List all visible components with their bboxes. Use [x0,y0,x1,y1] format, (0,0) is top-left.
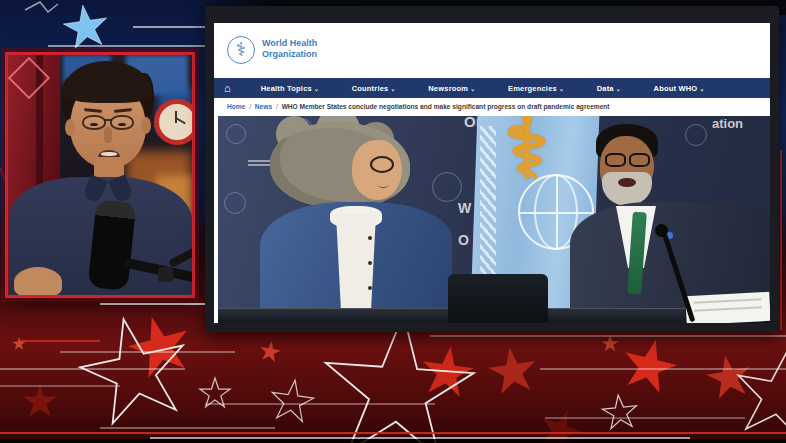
webcam-feed: ☆ [5,52,195,298]
stream-frame: ☆ ⚕ [0,0,786,443]
hero-photo: Org ation W O ⚕ [218,116,770,323]
host-ear [141,117,151,134]
wall-clock [154,99,195,145]
nav-item-emergencies[interactable]: Emergencies ⌄ [508,84,564,93]
backdrop-who-emblem [432,172,462,202]
logo-line2: Organization [262,49,317,60]
mic-arm-knob [158,267,173,282]
chevron-down-icon: ⌄ [470,85,475,92]
blazer-button [368,261,372,265]
blue-star [61,2,110,49]
nav-label: Data [597,84,614,93]
home-icon[interactable]: ⌂ [224,83,231,94]
nav-item-data[interactable]: Data ⌄ [597,84,621,93]
staff-of-asclepius-icon: ⚕ [504,116,549,190]
host-hand [14,267,62,297]
breadcrumb-separator: / [276,103,278,110]
backdrop-text-fragment: O [458,232,469,248]
main-navigation: ⌂ Health Topics ⌄ Countries ⌄ Newsroom ⌄ [214,78,770,98]
nav-item-countries[interactable]: Countries ⌄ [352,84,396,93]
nav-label: About WHO [654,84,698,93]
woman-glasses [370,156,394,173]
nav-item-newsroom[interactable]: Newsroom ⌄ [428,84,475,93]
tedros-glasses [629,153,650,167]
logo-line1: World Health [262,38,317,49]
breadcrumb-home-link[interactable]: Home [227,103,245,110]
flag-laurel-leaves [480,126,496,276]
backdrop-who-emblem [224,192,246,214]
chevron-down-icon: ⌄ [699,85,704,92]
backdrop-text-fragment: W [458,200,471,216]
backdrop-who-emblem [685,124,707,146]
nav-label: Health Topics [261,84,312,93]
nav-item-about-who[interactable]: About WHO ⌄ [654,84,705,93]
laptop-silhouette [448,274,548,323]
breadcrumb-news-link[interactable]: News [255,103,272,110]
blazer-button [368,286,372,290]
chevron-down-icon: ⌄ [616,85,621,92]
host-eye [118,123,126,126]
bottom-edge-shadow [0,439,786,443]
chevron-down-icon: ⌄ [559,85,564,92]
chevron-down-icon: ⌄ [390,85,395,92]
breadcrumb-separator: / [249,103,251,110]
host-nose [104,127,112,143]
backdrop-who-emblem [226,124,246,144]
breadcrumb-current-page: WHO Member States conclude negotiations … [282,103,610,110]
blazer-button [368,236,372,240]
nav-label: Countries [352,84,389,93]
papers [685,292,770,323]
host-ear [65,119,75,136]
breadcrumb: Home / News / WHO Member States conclude… [214,98,770,116]
glasses-bridge [104,119,112,121]
site-header: ⚕ World Health Organization [214,23,770,78]
backdrop-text-fragment: ation [712,116,743,131]
who-webpage: ⚕ World Health Organization ⌂ Health Top… [214,23,770,323]
nav-label: Newsroom [428,84,468,93]
nav-items: Health Topics ⌄ Countries ⌄ Newsroom ⌄ E… [261,84,705,93]
nav-item-health-topics[interactable]: Health Topics ⌄ [261,84,319,93]
who-logo-icon[interactable]: ⚕ [227,36,255,64]
browser-screenshot-window: ⚕ World Health Organization ⌂ Health Top… [205,6,779,332]
nav-label: Emergencies [508,84,557,93]
woman-shirt [336,214,376,323]
desk-microphone-head [655,224,668,237]
tedros-glasses [605,153,626,167]
woman-smile [378,182,389,188]
tedros-mouth [618,178,636,187]
chevron-down-icon: ⌄ [314,85,319,92]
host-eye [90,123,98,126]
who-logo-text[interactable]: World Health Organization [262,38,317,60]
